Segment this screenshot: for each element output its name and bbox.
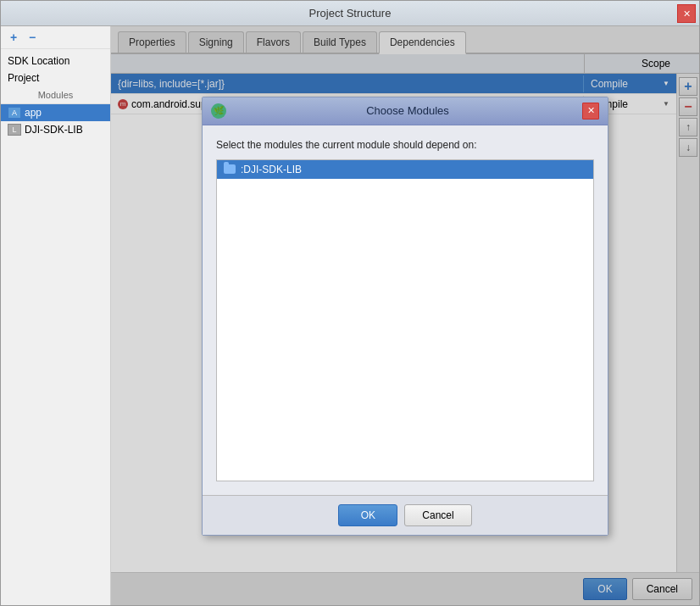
title-bar: Project Structure ✕ [1, 1, 699, 26]
lib-module-icon: L [8, 124, 21, 136]
modal-list-item-label: :DJI-SDK-LIB [241, 164, 302, 175]
add-module-button[interactable]: + [6, 30, 21, 45]
sidebar-item-dji-sdk-lib[interactable]: L DJI-SDK-LIB [1, 121, 110, 138]
modal-title: Choose Modules [233, 104, 582, 117]
sidebar-item-sdk-location[interactable]: SDK Location [1, 53, 110, 69]
modal-ok-button[interactable]: OK [338, 504, 397, 526]
modal-bottom-bar: OK Cancel [203, 495, 608, 535]
modal-content: Select the modules the current module sh… [203, 125, 608, 495]
modal-cancel-button[interactable]: Cancel [404, 504, 471, 526]
main-window: Project Structure ✕ + − SDK Location Pro… [0, 0, 700, 606]
modal-overlay: 🌿 Choose Modules ✕ Select the modules th… [111, 26, 699, 605]
modules-section-label: Modules [1, 86, 110, 104]
sidebar-item-app[interactable]: A app [1, 104, 110, 121]
modal-list-item-dji-sdk-lib[interactable]: :DJI-SDK-LIB [217, 160, 593, 179]
modal-instruction: Select the modules the current module sh… [216, 139, 594, 151]
modal-title-bar: 🌿 Choose Modules ✕ [203, 97, 608, 125]
modal-module-list: :DJI-SDK-LIB [216, 159, 594, 481]
window-title: Project Structure [309, 7, 392, 19]
modal-dialog: 🌿 Choose Modules ✕ Select the modules th… [202, 97, 608, 536]
sidebar-item-project[interactable]: Project [1, 69, 110, 86]
sidebar: + − SDK Location Project Modules A app L… [1, 26, 111, 605]
sidebar-toolbar: + − [1, 26, 110, 49]
content-area: + − SDK Location Project Modules A app L… [1, 26, 699, 605]
remove-module-button[interactable]: − [25, 30, 40, 45]
folder-icon [224, 164, 236, 174]
app-module-icon: A [8, 107, 21, 119]
modal-close-button[interactable]: ✕ [582, 103, 599, 120]
main-panel: Properties Signing Flavors Build Types D… [111, 26, 699, 605]
window-close-button[interactable]: ✕ [677, 4, 696, 23]
modal-title-icon: 🌿 [211, 103, 226, 119]
